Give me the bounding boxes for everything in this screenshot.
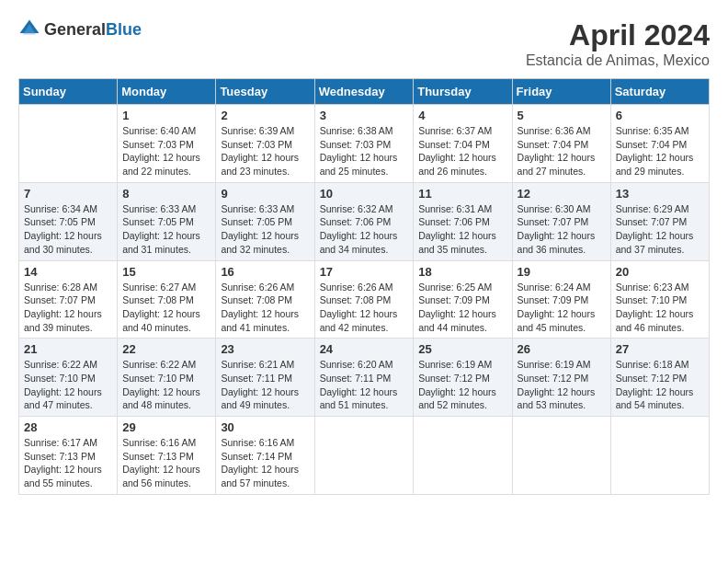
day-number: 8	[122, 187, 210, 201]
day-info: Sunrise: 6:28 AMSunset: 7:07 PMDaylight:…	[24, 281, 112, 335]
calendar-cell: 11Sunrise: 6:31 AMSunset: 7:06 PMDayligh…	[414, 182, 512, 260]
calendar-week-row: 14Sunrise: 6:28 AMSunset: 7:07 PMDayligh…	[19, 260, 710, 339]
day-info: Sunrise: 6:29 AMSunset: 7:07 PMDaylight:…	[616, 202, 704, 257]
day-info: Sunrise: 6:17 AMSunset: 7:13 PMDaylight:…	[24, 436, 112, 490]
calendar-cell	[314, 417, 414, 495]
calendar-cell: 17Sunrise: 6:26 AMSunset: 7:08 PMDayligh…	[314, 260, 414, 339]
day-number: 13	[616, 187, 704, 201]
calendar-cell: 24Sunrise: 6:20 AMSunset: 7:11 PMDayligh…	[314, 339, 414, 417]
day-number: 3	[320, 109, 409, 122]
calendar-cell: 13Sunrise: 6:29 AMSunset: 7:07 PMDayligh…	[610, 182, 709, 260]
day-number: 15	[122, 265, 210, 279]
calendar-cell: 10Sunrise: 6:32 AMSunset: 7:06 PMDayligh…	[314, 182, 414, 260]
calendar-cell: 9Sunrise: 6:33 AMSunset: 7:05 PMDaylight…	[216, 182, 314, 260]
calendar-cell: 12Sunrise: 6:30 AMSunset: 7:07 PMDayligh…	[512, 182, 610, 260]
calendar-cell: 28Sunrise: 6:17 AMSunset: 7:13 PMDayligh…	[19, 417, 118, 495]
day-info: Sunrise: 6:22 AMSunset: 7:10 PMDaylight:…	[24, 358, 112, 412]
calendar-cell: 1Sunrise: 6:40 AMSunset: 7:03 PMDaylight…	[118, 105, 216, 183]
day-number: 30	[221, 420, 309, 434]
day-info: Sunrise: 6:35 AMSunset: 7:04 PMDaylight:…	[616, 124, 704, 178]
day-info: Sunrise: 6:25 AMSunset: 7:09 PMDaylight:…	[418, 281, 506, 335]
day-info: Sunrise: 6:18 AMSunset: 7:12 PMDaylight:…	[616, 358, 704, 412]
calendar-cell: 25Sunrise: 6:19 AMSunset: 7:12 PMDayligh…	[414, 339, 512, 417]
calendar-cell: 3Sunrise: 6:38 AMSunset: 7:03 PMDaylight…	[314, 105, 414, 183]
day-info: Sunrise: 6:27 AMSunset: 7:08 PMDaylight:…	[122, 281, 210, 335]
day-number: 22	[122, 342, 210, 356]
day-info: Sunrise: 6:24 AMSunset: 7:09 PMDaylight:…	[518, 281, 606, 335]
day-info: Sunrise: 6:23 AMSunset: 7:10 PMDaylight:…	[616, 281, 704, 335]
calendar-header-sunday: Sunday	[19, 79, 118, 105]
calendar-header-saturday: Saturday	[610, 79, 709, 105]
day-info: Sunrise: 6:22 AMSunset: 7:10 PMDaylight:…	[122, 358, 210, 412]
logo-text-blue: Blue	[106, 20, 142, 39]
calendar-cell: 4Sunrise: 6:37 AMSunset: 7:04 PMDaylight…	[414, 105, 512, 183]
day-number: 25	[418, 342, 506, 356]
day-info: Sunrise: 6:33 AMSunset: 7:05 PMDaylight:…	[221, 202, 309, 257]
calendar-cell	[414, 417, 512, 495]
calendar-cell	[610, 417, 709, 495]
day-info: Sunrise: 6:26 AMSunset: 7:08 PMDaylight:…	[221, 281, 309, 335]
day-number: 7	[24, 187, 112, 201]
day-number: 2	[221, 109, 309, 122]
calendar-header-tuesday: Tuesday	[216, 79, 314, 105]
month-title: April 2024	[526, 18, 710, 52]
day-info: Sunrise: 6:21 AMSunset: 7:11 PMDaylight:…	[221, 358, 309, 412]
calendar-cell: 6Sunrise: 6:35 AMSunset: 7:04 PMDaylight…	[610, 105, 709, 183]
day-number: 16	[221, 265, 309, 279]
day-number: 26	[518, 342, 606, 356]
day-number: 23	[221, 342, 309, 356]
day-number: 12	[518, 187, 606, 201]
day-number: 6	[616, 109, 704, 122]
calendar-week-row: 7Sunrise: 6:34 AMSunset: 7:05 PMDaylight…	[19, 182, 710, 260]
calendar-header-monday: Monday	[118, 79, 216, 105]
calendar-cell	[512, 417, 610, 495]
calendar-cell: 2Sunrise: 6:39 AMSunset: 7:03 PMDaylight…	[216, 105, 314, 183]
day-info: Sunrise: 6:32 AMSunset: 7:06 PMDaylight:…	[320, 202, 409, 257]
calendar-cell: 29Sunrise: 6:16 AMSunset: 7:13 PMDayligh…	[118, 417, 216, 495]
day-number: 20	[616, 265, 704, 279]
calendar-cell: 19Sunrise: 6:24 AMSunset: 7:09 PMDayligh…	[512, 260, 610, 339]
day-number: 17	[320, 265, 409, 279]
day-number: 14	[24, 265, 112, 279]
logo-icon	[18, 18, 40, 40]
calendar-cell: 22Sunrise: 6:22 AMSunset: 7:10 PMDayligh…	[118, 339, 216, 417]
calendar-cell: 27Sunrise: 6:18 AMSunset: 7:12 PMDayligh…	[610, 339, 709, 417]
day-info: Sunrise: 6:19 AMSunset: 7:12 PMDaylight:…	[518, 358, 606, 412]
day-number: 18	[418, 265, 506, 279]
day-number: 21	[24, 342, 112, 356]
calendar-week-row: 21Sunrise: 6:22 AMSunset: 7:10 PMDayligh…	[19, 339, 710, 417]
day-info: Sunrise: 6:26 AMSunset: 7:08 PMDaylight:…	[320, 281, 409, 335]
calendar-cell: 15Sunrise: 6:27 AMSunset: 7:08 PMDayligh…	[118, 260, 216, 339]
day-info: Sunrise: 6:39 AMSunset: 7:03 PMDaylight:…	[221, 124, 309, 178]
calendar-cell: 16Sunrise: 6:26 AMSunset: 7:08 PMDayligh…	[216, 260, 314, 339]
day-number: 29	[122, 420, 210, 434]
day-info: Sunrise: 6:31 AMSunset: 7:06 PMDaylight:…	[418, 202, 506, 257]
day-info: Sunrise: 6:16 AMSunset: 7:13 PMDaylight:…	[122, 436, 210, 490]
day-number: 27	[616, 342, 704, 356]
calendar-week-row: 1Sunrise: 6:40 AMSunset: 7:03 PMDaylight…	[19, 105, 710, 183]
location-title: Estancia de Animas, Mexico	[526, 52, 710, 69]
logo: GeneralBlue	[18, 18, 142, 40]
day-number: 19	[518, 265, 606, 279]
page-header: GeneralBlue April 2024 Estancia de Anima…	[18, 18, 710, 69]
calendar-cell: 7Sunrise: 6:34 AMSunset: 7:05 PMDaylight…	[19, 182, 118, 260]
day-info: Sunrise: 6:36 AMSunset: 7:04 PMDaylight:…	[518, 124, 606, 178]
calendar-header-row: SundayMondayTuesdayWednesdayThursdayFrid…	[19, 79, 710, 105]
day-info: Sunrise: 6:40 AMSunset: 7:03 PMDaylight:…	[122, 124, 210, 178]
calendar-week-row: 28Sunrise: 6:17 AMSunset: 7:13 PMDayligh…	[19, 417, 710, 495]
day-info: Sunrise: 6:16 AMSunset: 7:14 PMDaylight:…	[221, 436, 309, 490]
calendar-cell: 20Sunrise: 6:23 AMSunset: 7:10 PMDayligh…	[610, 260, 709, 339]
calendar-cell	[19, 105, 118, 183]
calendar-cell: 23Sunrise: 6:21 AMSunset: 7:11 PMDayligh…	[216, 339, 314, 417]
day-number: 11	[418, 187, 506, 201]
calendar-header-thursday: Thursday	[414, 79, 512, 105]
day-info: Sunrise: 6:19 AMSunset: 7:12 PMDaylight:…	[418, 358, 506, 412]
calendar-table: SundayMondayTuesdayWednesdayThursdayFrid…	[18, 78, 710, 495]
calendar-cell: 8Sunrise: 6:33 AMSunset: 7:05 PMDaylight…	[118, 182, 216, 260]
day-number: 4	[418, 109, 506, 122]
day-number: 5	[518, 109, 606, 122]
day-info: Sunrise: 6:33 AMSunset: 7:05 PMDaylight:…	[122, 202, 210, 257]
day-number: 24	[320, 342, 409, 356]
calendar-header-friday: Friday	[512, 79, 610, 105]
calendar-cell: 5Sunrise: 6:36 AMSunset: 7:04 PMDaylight…	[512, 105, 610, 183]
